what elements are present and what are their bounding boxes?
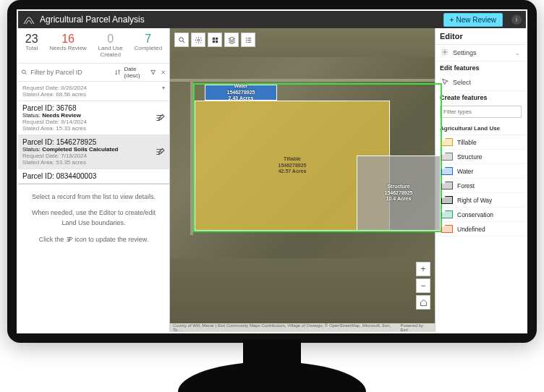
list-item[interactable]: Parcel ID: 36768 Status: Needs Review Re… (18, 101, 169, 135)
stat-needs-review[interactable]: 16 Needs Review (49, 33, 87, 59)
zoom-out-button[interactable]: − (416, 278, 430, 293)
app-title: Agricultural Parcel Analysis (40, 14, 439, 25)
cursor-icon (441, 78, 449, 87)
folder-icon (441, 196, 453, 204)
stat-total[interactable]: 23 Total (25, 33, 38, 59)
edit-review-icon[interactable] (155, 113, 165, 123)
select-tool[interactable]: Select (435, 74, 526, 91)
stats-bar: 23 Total 16 Needs Review 0 Land Use Crea… (18, 28, 169, 64)
poly-area: 42.57 Acres (279, 169, 307, 174)
feature-label: Conservation (457, 211, 493, 218)
new-review-button[interactable]: + New Review (443, 13, 503, 27)
folder-icon (441, 225, 453, 233)
app-logo-icon (22, 13, 35, 26)
svg-rect-3 (212, 37, 214, 39)
feature-forest[interactable]: Forest (435, 179, 526, 193)
stat-done-num: 7 (134, 33, 162, 46)
feature-water[interactable]: Water (435, 164, 526, 179)
row-status: Status: Needs Review (22, 112, 165, 119)
search-icon (21, 68, 27, 77)
list-item[interactable]: Parcel ID: 0834400003 (18, 169, 169, 184)
polygon-water[interactable]: Water 1546278925 2.43 Acres (205, 85, 277, 101)
svg-point-7 (444, 51, 446, 54)
map-search-button[interactable] (174, 33, 189, 47)
row-date: Request Date: 8/14/2024 (22, 119, 165, 125)
filter-input[interactable] (30, 69, 111, 76)
feature-group-label: Agricultural Land Use (435, 122, 526, 135)
edit-review-icon[interactable] (155, 147, 165, 157)
row-parcel-id: Parcel ID: 0834400003 (22, 172, 165, 180)
row-parcel-id: Parcel ID: 36768 (22, 104, 165, 112)
list-item-selected[interactable]: Parcel ID: 1546278925 Status: Completed … (18, 135, 169, 169)
sort-label[interactable]: Date (desc) (124, 66, 148, 79)
feature-label: Tillable (457, 139, 477, 146)
svg-point-0 (22, 70, 26, 74)
stat-total-label: Total (25, 46, 38, 52)
map-canvas[interactable]: Water 1546278925 2.43 Acres Tillable 154… (170, 28, 435, 332)
info-icon[interactable]: i (511, 14, 522, 25)
map-legend-button[interactable] (241, 33, 255, 47)
home-extent-button[interactable] (416, 295, 430, 310)
stat-done-label: Completed (134, 46, 162, 52)
folder-icon (441, 153, 453, 161)
svg-point-2 (197, 39, 200, 41)
parcel-list: Request Date: 8/26/2024 Stated Area: 68.… (18, 82, 169, 184)
create-features-header: Create features (435, 91, 526, 104)
new-review-label: New Review (456, 16, 496, 24)
feature-structure[interactable]: Structure (435, 150, 526, 164)
poly-area: 10.4 Acres (386, 196, 412, 202)
map-layers-button[interactable] (224, 33, 239, 47)
clear-icon[interactable] (160, 68, 166, 77)
folder-icon (441, 167, 453, 175)
editor-title: Editor (435, 28, 526, 45)
plus-icon: + (450, 16, 454, 24)
folder-icon (441, 210, 453, 218)
row-status: Status: Completed Soils Calculated (22, 146, 165, 153)
map-basemap-button[interactable] (208, 33, 222, 47)
feature-label: Right of Way (457, 197, 492, 204)
map-settings-button[interactable] (191, 33, 205, 47)
feature-right-of-way[interactable]: Right of Way (435, 193, 526, 208)
poly-label: Tillable (284, 156, 301, 162)
feature-undefined[interactable]: Undefined (435, 222, 526, 237)
feature-label: Structure (457, 153, 483, 161)
settings-label: Settings (453, 49, 477, 56)
stat-landuse[interactable]: 0 Land Use Created (98, 33, 123, 59)
stat-review-label: Needs Review (49, 46, 87, 52)
feature-conservation[interactable]: Conservation (435, 208, 526, 222)
poly-id: 1546278925 (279, 163, 307, 169)
svg-rect-4 (215, 37, 217, 39)
row-parcel-id: Parcel ID: 1546278925 (22, 138, 165, 146)
stat-completed[interactable]: 7 Completed (134, 33, 162, 59)
sort-icon[interactable] (114, 68, 121, 77)
stat-landuse-label: Land Use Created (98, 46, 123, 59)
map-toolbar (174, 33, 255, 47)
chevron-down-icon: ⌄ (515, 50, 520, 56)
filter-types-input[interactable] (440, 106, 522, 118)
list-item[interactable]: Request Date: 8/26/2024 Stated Area: 68.… (18, 82, 169, 101)
polygon-structure[interactable]: Structure 1546278925 10.4 Acres (357, 155, 441, 231)
gear-icon (441, 48, 449, 57)
stat-total-num: 23 (25, 33, 38, 46)
poly-label: Water (234, 83, 247, 89)
folder-icon (441, 182, 453, 189)
edit-review-icon (66, 236, 73, 243)
feature-tillable[interactable]: Tillable (435, 135, 526, 150)
help-text: Select a record from the list to view de… (18, 184, 169, 258)
editor-settings[interactable]: Settings ⌄ (435, 45, 526, 61)
select-label: Select (453, 79, 471, 86)
poly-id: 1546278925 (385, 190, 413, 196)
row-area: Stated Area: 15.33 acres (22, 125, 165, 132)
row-area: Stated Area: 68.56 acres (22, 91, 165, 98)
poly-id: 1546278925 (227, 90, 255, 95)
zoom-in-button[interactable]: + (416, 262, 430, 276)
feature-label: Undefined (457, 226, 485, 233)
poly-label: Structure (387, 184, 409, 189)
filter-icon[interactable] (150, 68, 156, 77)
svg-rect-5 (212, 40, 214, 42)
stat-landuse-num: 0 (98, 33, 123, 46)
edit-features-header: Edit features (435, 61, 526, 74)
row-date: Request Date: 8/26/2024 (22, 85, 165, 91)
chevron-down-icon[interactable]: ▾ (162, 85, 165, 91)
row-date: Request Date: 7/18/2024 (22, 153, 165, 159)
